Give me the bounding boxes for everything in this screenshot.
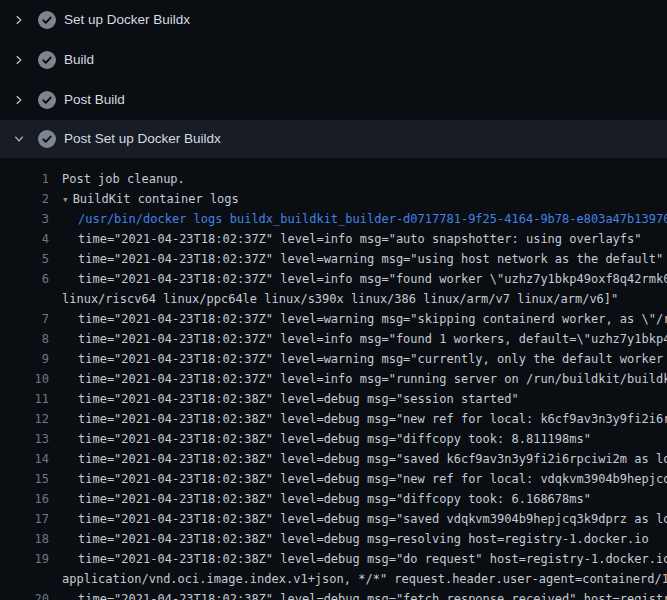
line-number[interactable]: 19 <box>0 552 49 566</box>
actions-log-viewer: Set up Docker Buildx Build Post Build Po… <box>0 0 667 600</box>
log-line: 13 time="2021-04-23T18:02:38Z" level=deb… <box>0 429 667 449</box>
log-line: 9 time="2021-04-23T18:02:37Z" level=warn… <box>0 349 667 369</box>
chevron-right-icon <box>13 14 25 26</box>
line-number[interactable]: 7 <box>0 312 49 326</box>
step-header[interactable]: Post Build <box>0 80 667 120</box>
log-line: 16 time="2021-04-23T18:02:38Z" level=deb… <box>0 489 667 509</box>
chevron-down-icon <box>13 133 25 145</box>
log-line: 17 time="2021-04-23T18:02:38Z" level=deb… <box>0 509 667 529</box>
log-line: 10 time="2021-04-23T18:02:37Z" level=inf… <box>0 369 667 389</box>
log-line-content: time="2021-04-23T18:02:37Z" level=info m… <box>49 232 642 246</box>
log-line-content: time="2021-04-23T18:02:38Z" level=debug … <box>49 552 667 566</box>
line-number[interactable]: 17 <box>0 512 49 526</box>
log-line-text: time="2021-04-23T18:02:38Z" level=debug … <box>78 492 591 506</box>
line-number[interactable]: 16 <box>0 492 49 506</box>
step-header[interactable]: Post Set up Docker Buildx <box>0 120 667 158</box>
log-line: 5 time="2021-04-23T18:02:37Z" level=warn… <box>0 249 667 269</box>
log-line: 14 time="2021-04-23T18:02:38Z" level=deb… <box>0 449 667 469</box>
log-line-content: time="2021-04-23T18:02:37Z" level=warnin… <box>49 352 667 366</box>
triangle-down-icon: ▾ <box>62 193 69 206</box>
line-number[interactable]: 5 <box>0 252 49 266</box>
log-line: 18 time="2021-04-23T18:02:38Z" level=deb… <box>0 529 667 549</box>
log-line-text: time="2021-04-23T18:02:38Z" level=debug … <box>78 452 667 466</box>
log-line: 12 time="2021-04-23T18:02:38Z" level=deb… <box>0 409 667 429</box>
log-line-content: time="2021-04-23T18:02:38Z" level=debug … <box>49 472 667 486</box>
log-line-content: Post job cleanup. <box>49 172 185 186</box>
step-label: Post Set up Docker Buildx <box>64 132 221 146</box>
log-command-line: 3 /usr/bin/docker logs buildx_buildkit_b… <box>0 209 667 229</box>
log-line-content: linux/riscv64 linux/ppc64le linux/s390x … <box>49 292 618 306</box>
log-line: 2 ▾BuildKit container logs <box>0 189 667 209</box>
log-line-text: time="2021-04-23T18:02:38Z" level=debug … <box>78 432 591 446</box>
log-line: 19 time="2021-04-23T18:02:38Z" level=deb… <box>0 549 667 569</box>
log-line-text: time="2021-04-23T18:02:38Z" level=debug … <box>78 592 667 600</box>
log-line-text: BuildKit container logs <box>73 192 239 206</box>
log-line-text: application/vnd.oci.image.index.v1+json,… <box>62 572 667 586</box>
log-line: 8 time="2021-04-23T18:02:37Z" level=info… <box>0 329 667 349</box>
log-line: 11 time="2021-04-23T18:02:38Z" level=deb… <box>0 389 667 409</box>
line-number[interactable]: 4 <box>0 232 49 246</box>
log-line-content: time="2021-04-23T18:02:38Z" level=debug … <box>49 492 591 506</box>
log-line-text: time="2021-04-23T18:02:38Z" level=debug … <box>78 512 667 526</box>
line-number[interactable]: 13 <box>0 432 49 446</box>
chevron-right-icon <box>13 54 25 66</box>
log-group-toggle[interactable]: ▾BuildKit container logs <box>49 192 239 206</box>
step-label: Set up Docker Buildx <box>64 13 190 27</box>
check-circle-icon <box>38 91 56 109</box>
log-line-text: time="2021-04-23T18:02:38Z" level=debug … <box>78 412 667 426</box>
log-line-content: time="2021-04-23T18:02:38Z" level=debug … <box>49 592 667 600</box>
log-line-content: time="2021-04-23T18:02:38Z" level=debug … <box>49 412 667 426</box>
line-number[interactable]: 14 <box>0 452 49 466</box>
log-line-text: time="2021-04-23T18:02:37Z" level=info m… <box>78 272 667 286</box>
log-line-text: time="2021-04-23T18:02:37Z" level=info m… <box>78 372 667 386</box>
log-line-text: time="2021-04-23T18:02:38Z" level=debug … <box>78 472 667 486</box>
check-circle-icon <box>38 51 56 69</box>
log-line-text: time="2021-04-23T18:02:37Z" level=warnin… <box>78 312 667 326</box>
log-line-text: /usr/bin/docker logs buildx_buildkit_bui… <box>78 212 667 226</box>
log-line: 20 time="2021-04-23T18:02:38Z" level=deb… <box>0 589 667 600</box>
line-number[interactable]: 18 <box>0 532 49 546</box>
line-number[interactable]: 8 <box>0 332 49 346</box>
check-circle-icon <box>38 130 56 148</box>
step-list: Set up Docker Buildx Build Post Build Po… <box>0 0 667 158</box>
log-line-content: /usr/bin/docker logs buildx_buildkit_bui… <box>49 212 667 226</box>
log-line-text: time="2021-04-23T18:02:38Z" level=debug … <box>78 392 519 406</box>
step-header[interactable]: Build <box>0 40 667 80</box>
log-line-content: time="2021-04-23T18:02:37Z" level=warnin… <box>49 252 663 266</box>
check-circle-icon <box>38 11 56 29</box>
log-line-text: linux/riscv64 linux/ppc64le linux/s390x … <box>62 292 618 306</box>
line-number[interactable]: 3 <box>0 212 49 226</box>
line-number[interactable]: 20 <box>0 592 49 600</box>
log-line-text: Post job cleanup. <box>62 172 185 186</box>
log-line-text: time="2021-04-23T18:02:37Z" level=warnin… <box>78 252 663 266</box>
chevron-right-icon <box>13 94 25 106</box>
log-line-content: application/vnd.oci.image.index.v1+json,… <box>49 572 667 586</box>
log-line: 7 time="2021-04-23T18:02:37Z" level=warn… <box>0 309 667 329</box>
log-line: 15 time="2021-04-23T18:02:38Z" level=deb… <box>0 469 667 489</box>
log-line-content: time="2021-04-23T18:02:38Z" level=debug … <box>49 452 667 466</box>
log-line-content: time="2021-04-23T18:02:38Z" level=debug … <box>49 532 649 546</box>
log-line: 4 time="2021-04-23T18:02:37Z" level=info… <box>0 229 667 249</box>
log-line-text: time="2021-04-23T18:02:37Z" level=warnin… <box>78 352 667 366</box>
log-line-content: time="2021-04-23T18:02:38Z" level=debug … <box>49 512 667 526</box>
log-line-content: time="2021-04-23T18:02:37Z" level=info m… <box>49 372 667 386</box>
log-line-text: time="2021-04-23T18:02:38Z" level=debug … <box>78 532 649 546</box>
line-number[interactable]: 15 <box>0 472 49 486</box>
log-line-content: time="2021-04-23T18:02:37Z" level=info m… <box>49 332 667 346</box>
line-number[interactable]: 11 <box>0 392 49 406</box>
line-number[interactable]: 9 <box>0 352 49 366</box>
line-number[interactable]: 2 <box>0 192 49 206</box>
log-line-text: time="2021-04-23T18:02:37Z" level=info m… <box>78 232 642 246</box>
line-number[interactable]: 10 <box>0 372 49 386</box>
step-label: Build <box>64 53 94 67</box>
step-header[interactable]: Set up Docker Buildx <box>0 0 667 40</box>
log-line: application/vnd.oci.image.index.v1+json,… <box>0 569 667 589</box>
line-number[interactable]: 12 <box>0 412 49 426</box>
line-number[interactable]: 1 <box>0 172 49 186</box>
step-label: Post Build <box>64 93 125 107</box>
line-number[interactable]: 6 <box>0 272 49 286</box>
log-line-content: time="2021-04-23T18:02:38Z" level=debug … <box>49 392 519 406</box>
log-line-content: time="2021-04-23T18:02:37Z" level=warnin… <box>49 312 667 326</box>
log-line-text: time="2021-04-23T18:02:38Z" level=debug … <box>78 552 667 566</box>
log-line-content: time="2021-04-23T18:02:37Z" level=info m… <box>49 272 667 286</box>
